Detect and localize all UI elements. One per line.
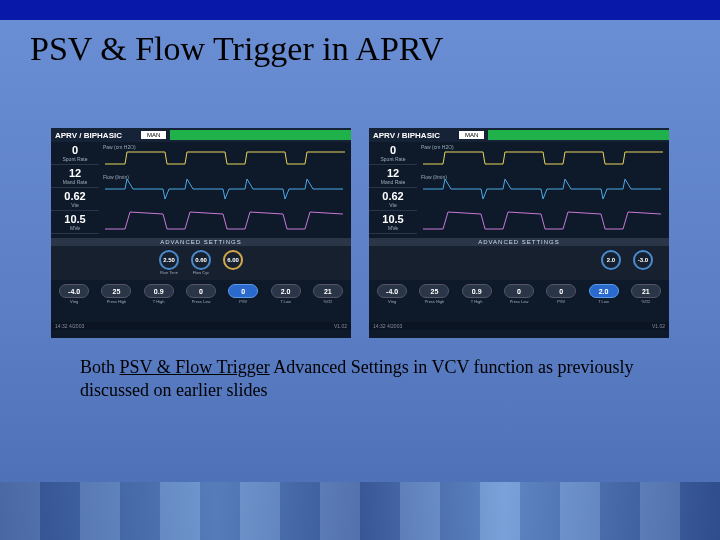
waveform-area: Paw (cm H2O) Flow (l/min): [417, 142, 669, 238]
advanced-settings-bar: ADVANCED SETTINGS: [369, 238, 669, 246]
status-time: 14:32 4/2003: [373, 323, 402, 329]
top-dials-row: 2.0 -3.0: [369, 246, 669, 280]
caption-underline: PSV & Flow Trigger: [120, 357, 270, 377]
ventilator-left: APRV / BIPHASIC MAN 0Spont Rate 12Mand R…: [51, 128, 351, 338]
status-bar: 14:32 4/2003 V1.02: [51, 322, 351, 330]
mode-label: APRV / BIPHASIC: [51, 131, 141, 140]
status-version: V1.02: [334, 323, 347, 329]
readout-sidebar: 0Spont Rate 12Mand Rate 0.62Vte 10.5MVe: [51, 142, 99, 238]
wave-label: Paw (cm H2O): [421, 144, 454, 150]
wave-label: Paw (cm H2O): [103, 144, 136, 150]
dial-t-low: 2.0T Low: [587, 284, 621, 318]
title-bar: [0, 0, 720, 20]
pressure-waveform: [419, 144, 667, 174]
alarm-bar: [488, 130, 669, 140]
status-time: 14:32 4/2003: [55, 323, 84, 329]
waveform-area: Paw (cm H2O) Flow (l/min): [99, 142, 351, 238]
readout: 0.62Vte: [369, 188, 417, 211]
readout: 0Spont Rate: [51, 142, 99, 165]
man-badge: MAN: [141, 131, 166, 139]
dial-o2: 21%O2: [311, 284, 345, 318]
pressure-waveform: [101, 144, 349, 174]
man-badge: MAN: [459, 131, 484, 139]
dial: 6.00: [219, 250, 247, 276]
volume-waveform: [101, 204, 349, 234]
readout: 0.62Vte: [51, 188, 99, 211]
dial-press-low: 0Press Low: [184, 284, 218, 318]
bottom-dials-row: -4.0Vtrig 25Press High 0.9T High 0Press …: [51, 280, 351, 322]
dial-o2: 21%O2: [629, 284, 663, 318]
status-version: V1.02: [652, 323, 665, 329]
readout: 10.5MVe: [51, 211, 99, 234]
readout: 12Mand Rate: [51, 165, 99, 188]
readout: 0Spont Rate: [369, 142, 417, 165]
dial: 2.50Rise Time: [155, 250, 183, 276]
dial-psv: 0PSV: [544, 284, 578, 318]
mode-label: APRV / BIPHASIC: [369, 131, 459, 140]
dial-press-high: 25Press High: [417, 284, 451, 318]
bottom-dials-row: -4.0Vtrig 25Press High 0.9T High 0Press …: [369, 280, 669, 322]
dial-vtrig: -4.0Vtrig: [57, 284, 91, 318]
dial-t-high: 0.9T High: [460, 284, 494, 318]
readout-sidebar: 0Spont Rate 12Mand Rate 0.62Vte 10.5MVe: [369, 142, 417, 238]
slide-caption: Both PSV & Flow Trigger Advanced Setting…: [0, 338, 720, 403]
dial-press-high: 25Press High: [99, 284, 133, 318]
alarm-bar: [170, 130, 351, 140]
status-bar: 14:32 4/2003 V1.02: [369, 322, 669, 330]
ventilator-right: APRV / BIPHASIC MAN 0Spont Rate 12Mand R…: [369, 128, 669, 338]
footer-graphic: [0, 482, 720, 540]
dial-t-low: 2.0T Low: [269, 284, 303, 318]
wave-label: Flow (l/min): [421, 174, 447, 180]
top-dials-row: 2.50Rise Time 0.60Flow Cyc 6.00: [51, 246, 351, 280]
readout: 12Mand Rate: [369, 165, 417, 188]
slide-title: PSV & Flow Trigger in APRV: [0, 20, 720, 78]
flow-waveform: [101, 174, 349, 204]
dial: 2.0: [597, 250, 625, 276]
dial: -3.0: [629, 250, 657, 276]
dial-vtrig: -4.0Vtrig: [375, 284, 409, 318]
vent-header: APRV / BIPHASIC MAN: [51, 128, 351, 142]
dial: 0.60Flow Cyc: [187, 250, 215, 276]
dial-press-low: 0Press Low: [502, 284, 536, 318]
readout: 10.5MVe: [369, 211, 417, 234]
wave-label: Flow (l/min): [103, 174, 129, 180]
dial-psv: 0PSV: [226, 284, 260, 318]
ventilator-panels: APRV / BIPHASIC MAN 0Spont Rate 12Mand R…: [0, 128, 720, 338]
advanced-settings-bar: ADVANCED SETTINGS: [51, 238, 351, 246]
volume-waveform: [419, 204, 667, 234]
dial-t-high: 0.9T High: [142, 284, 176, 318]
flow-waveform: [419, 174, 667, 204]
vent-header: APRV / BIPHASIC MAN: [369, 128, 669, 142]
